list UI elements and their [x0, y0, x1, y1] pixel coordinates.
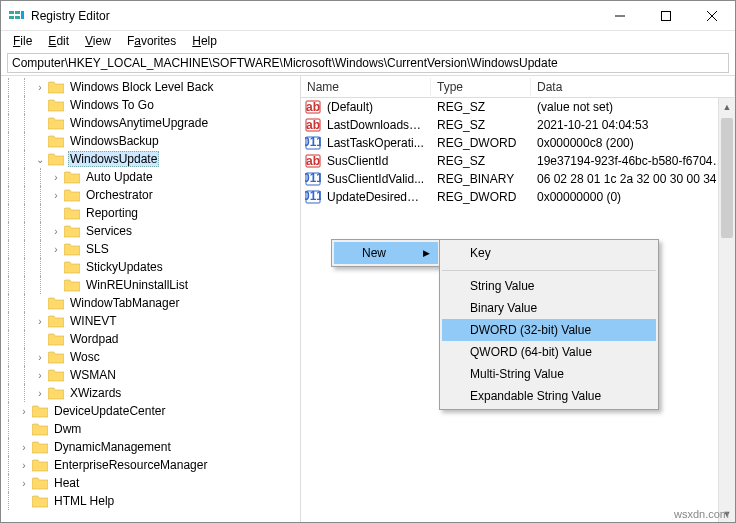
- tree-toggle-icon[interactable]: ›: [33, 368, 47, 382]
- tree-item[interactable]: Reporting: [1, 204, 300, 222]
- tree-item[interactable]: WindowsBackup: [1, 132, 300, 150]
- value-row[interactable]: abSusClientIdREG_SZ19e37194-923f-46bc-b5…: [301, 152, 735, 170]
- close-button[interactable]: [689, 1, 735, 31]
- tree-item[interactable]: ›Windows Block Level Back: [1, 78, 300, 96]
- folder-icon: [64, 206, 80, 220]
- context-item[interactable]: QWORD (64-bit) Value: [442, 341, 656, 363]
- scroll-up-button[interactable]: ▲: [719, 98, 735, 115]
- column-name[interactable]: Name: [301, 78, 431, 96]
- tree-item[interactable]: ›SLS: [1, 240, 300, 258]
- tree-item[interactable]: ›Wosc: [1, 348, 300, 366]
- tree-toggle-icon[interactable]: ⌄: [33, 152, 47, 166]
- string-value-icon: ab: [305, 117, 321, 133]
- tree-toggle-icon[interactable]: ›: [33, 386, 47, 400]
- menu-favorites[interactable]: Favorites: [119, 32, 184, 50]
- context-item[interactable]: Key: [442, 242, 656, 264]
- folder-icon: [48, 314, 64, 328]
- tree-toggle-icon[interactable]: [33, 116, 47, 130]
- tree-toggle-icon[interactable]: ›: [33, 350, 47, 364]
- tree-item[interactable]: ›Heat: [1, 474, 300, 492]
- folder-icon: [48, 386, 64, 400]
- tree-toggle-icon[interactable]: ›: [17, 440, 31, 454]
- minimize-button[interactable]: [597, 1, 643, 31]
- context-item[interactable]: Expandable String Value: [442, 385, 656, 407]
- tree-item[interactable]: ›WSMAN: [1, 366, 300, 384]
- tree-item-label: XWizards: [70, 386, 121, 400]
- value-name: SusClientIdValid...: [321, 172, 431, 186]
- tree-toggle-icon[interactable]: ›: [17, 458, 31, 472]
- tree-item[interactable]: ›DeviceUpdateCenter: [1, 402, 300, 420]
- value-row[interactable]: 011UpdateDesiredVi...REG_DWORD0x00000000…: [301, 188, 735, 206]
- tree-toggle-icon[interactable]: ›: [17, 476, 31, 490]
- tree-item[interactable]: ›Orchestrator: [1, 186, 300, 204]
- tree-toggle-icon[interactable]: ›: [49, 242, 63, 256]
- folder-icon: [48, 116, 64, 130]
- tree-item[interactable]: Wordpad: [1, 330, 300, 348]
- tree-item[interactable]: ›DynamicManagement: [1, 438, 300, 456]
- tree-item-label: WSMAN: [70, 368, 116, 382]
- tree-item[interactable]: ›Services: [1, 222, 300, 240]
- column-type[interactable]: Type: [431, 78, 531, 96]
- value-row[interactable]: 011LastTaskOperati...REG_DWORD0x000000c8…: [301, 134, 735, 152]
- tree-item[interactable]: ›EnterpriseResourceManager: [1, 456, 300, 474]
- tree-item[interactable]: WindowsAnytimeUpgrade: [1, 114, 300, 132]
- menu-view[interactable]: View: [77, 32, 119, 50]
- tree-toggle-icon[interactable]: [33, 134, 47, 148]
- tree-item[interactable]: WinREUninstallList: [1, 276, 300, 294]
- tree-toggle-icon[interactable]: [49, 206, 63, 220]
- tree-item[interactable]: WindowTabManager: [1, 294, 300, 312]
- menu-edit[interactable]: Edit: [40, 32, 77, 50]
- tree-item-label: Windows To Go: [70, 98, 154, 112]
- chevron-right-icon: ▶: [423, 248, 430, 258]
- value-name: (Default): [321, 100, 431, 114]
- tree-item[interactable]: Windows To Go: [1, 96, 300, 114]
- tree-toggle-icon[interactable]: [49, 260, 63, 274]
- binary-value-icon: 011: [305, 135, 321, 151]
- tree-toggle-icon[interactable]: ›: [49, 224, 63, 238]
- tree-toggle-icon[interactable]: ›: [49, 170, 63, 184]
- tree-toggle-icon[interactable]: [49, 278, 63, 292]
- folder-icon: [48, 332, 64, 346]
- value-type: REG_BINARY: [431, 172, 531, 186]
- tree-item[interactable]: StickyUpdates: [1, 258, 300, 276]
- tree-item[interactable]: Dwm: [1, 420, 300, 438]
- tree-toggle-icon[interactable]: [17, 494, 31, 508]
- tree-item[interactable]: ›Auto Update: [1, 168, 300, 186]
- tree-toggle-icon[interactable]: ›: [17, 404, 31, 418]
- value-row[interactable]: ab(Default)REG_SZ(value not set): [301, 98, 735, 116]
- tree-toggle-icon[interactable]: [17, 422, 31, 436]
- tree-item[interactable]: ⌄WindowsUpdate: [1, 150, 300, 168]
- tree-item-label: Auto Update: [86, 170, 153, 184]
- menu-file[interactable]: File: [5, 32, 40, 50]
- tree-toggle-icon[interactable]: [33, 98, 47, 112]
- tree-item-label: EnterpriseResourceManager: [54, 458, 207, 472]
- context-item[interactable]: Binary Value: [442, 297, 656, 319]
- string-value-icon: ab: [305, 99, 321, 115]
- tree-item[interactable]: ›WINEVT: [1, 312, 300, 330]
- context-item[interactable]: String Value: [442, 270, 656, 297]
- tree-toggle-icon[interactable]: ›: [33, 314, 47, 328]
- menu-help[interactable]: Help: [184, 32, 225, 50]
- scroll-thumb[interactable]: [721, 118, 733, 238]
- context-menu-new[interactable]: New ▶: [334, 242, 438, 264]
- maximize-button[interactable]: [643, 1, 689, 31]
- folder-icon: [32, 476, 48, 490]
- context-item[interactable]: DWORD (32-bit) Value: [442, 319, 656, 341]
- tree-toggle-icon[interactable]: [33, 296, 47, 310]
- tree-toggle-icon[interactable]: [33, 332, 47, 346]
- context-item[interactable]: Multi-String Value: [442, 363, 656, 385]
- value-row[interactable]: 011SusClientIdValid...REG_BINARY06 02 28…: [301, 170, 735, 188]
- value-row[interactable]: abLastDownloadsP...REG_SZ2021-10-21 04:0…: [301, 116, 735, 134]
- address-bar[interactable]: Computer\HKEY_LOCAL_MACHINE\SOFTWARE\Mic…: [7, 53, 729, 73]
- folder-icon: [48, 98, 64, 112]
- tree-toggle-icon[interactable]: ›: [49, 188, 63, 202]
- column-data[interactable]: Data: [531, 78, 735, 96]
- scrollbar-vertical[interactable]: ▲ ▼: [718, 98, 735, 522]
- tree-item[interactable]: HTML Help: [1, 492, 300, 510]
- tree-item[interactable]: ›XWizards: [1, 384, 300, 402]
- tree-pane[interactable]: ›Windows Block Level BackWindows To GoWi…: [1, 76, 301, 522]
- window-controls: [597, 1, 735, 31]
- folder-icon: [64, 224, 80, 238]
- tree-toggle-icon[interactable]: ›: [33, 80, 47, 94]
- svg-rect-6: [662, 11, 671, 20]
